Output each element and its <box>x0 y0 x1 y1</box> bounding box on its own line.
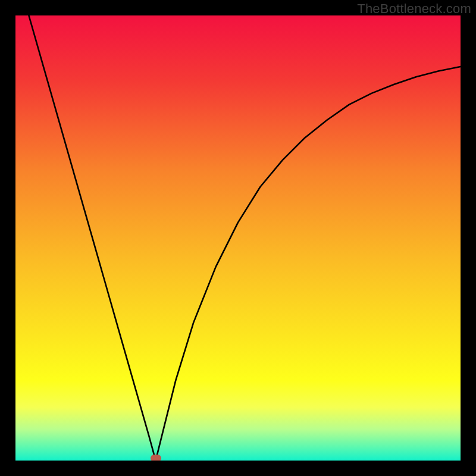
bottleneck-curve <box>15 15 461 461</box>
watermark-text: TheBottleneck.com <box>357 1 471 17</box>
plot-area <box>15 15 461 461</box>
min-marker <box>151 455 161 461</box>
chart-frame: TheBottleneck.com <box>0 0 476 476</box>
